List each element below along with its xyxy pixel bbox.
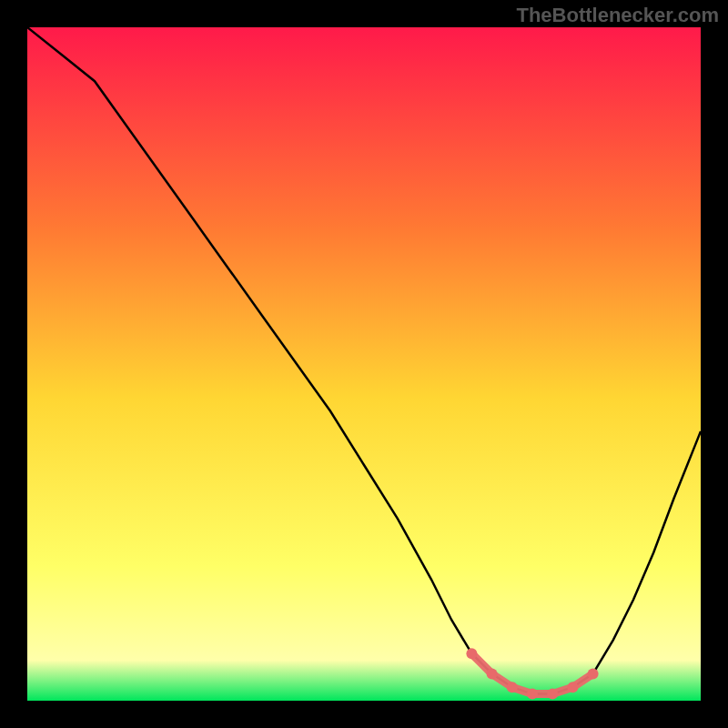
- marker-dot: [567, 682, 578, 693]
- marker-dot: [527, 689, 538, 700]
- watermark-text: TheBottlenecker.com: [516, 4, 719, 27]
- chart-area: [27, 27, 701, 701]
- marker-dot: [547, 689, 558, 700]
- marker-dot: [588, 668, 599, 679]
- marker-dot: [507, 682, 518, 693]
- marker-dot: [487, 668, 498, 679]
- chart-svg: [27, 27, 701, 701]
- marker-dot: [466, 648, 477, 659]
